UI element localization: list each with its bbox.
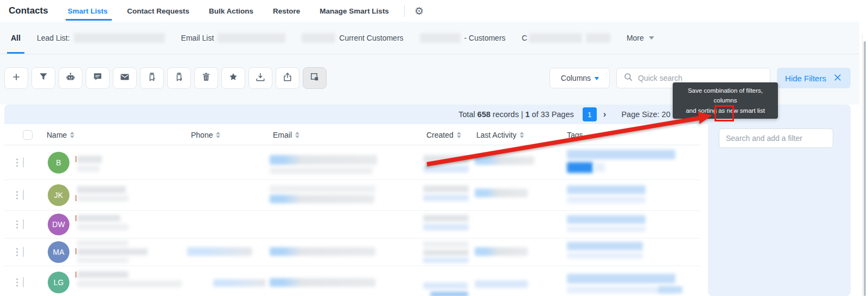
automation-button[interactable] <box>59 67 82 89</box>
sort-icon[interactable] <box>70 132 74 138</box>
table-row[interactable]: MA <box>4 239 700 266</box>
column-header-tags[interactable]: Tags <box>567 124 583 145</box>
redacted-created <box>423 241 469 247</box>
redacted-email <box>270 247 375 256</box>
add-contact-button[interactable] <box>4 67 28 89</box>
row-checkbox[interactable] <box>23 220 24 229</box>
tag-x-icon <box>174 72 184 85</box>
tab-manage-smart-lists[interactable]: Manage Smart Lists <box>318 2 390 21</box>
current-page-number: 1 <box>525 110 529 119</box>
star-icon <box>228 72 239 85</box>
sort-icon[interactable] <box>457 132 461 138</box>
email-button[interactable] <box>113 67 137 89</box>
redacted-last-activity <box>475 280 528 288</box>
redacted-created <box>423 282 468 289</box>
hide-filters-button[interactable]: Hide Filters <box>777 68 851 88</box>
filters-panel <box>708 105 851 296</box>
sort-icon[interactable] <box>520 132 524 138</box>
table-header-row: Name Phone Email Created Last Activity T… <box>4 124 700 145</box>
merge-contacts-button[interactable] <box>303 67 327 89</box>
remove-tag-button[interactable] <box>167 67 191 89</box>
contact-avatar[interactable]: B <box>48 152 69 173</box>
scrollbar-track <box>862 34 863 296</box>
table-row[interactable]: B <box>4 145 700 180</box>
drag-handle-icon[interactable] <box>16 191 18 200</box>
redacted-text <box>218 33 285 43</box>
drag-handle-icon[interactable] <box>16 248 18 256</box>
smartlist-tab-email-list[interactable]: Email List <box>181 22 286 54</box>
page-title: Contacts <box>9 5 48 16</box>
row-checkbox[interactable] <box>23 190 24 200</box>
upload-icon <box>282 72 293 85</box>
plus-icon <box>11 72 22 85</box>
smartlist-tab-customers[interactable]: - Customers <box>420 22 506 54</box>
quick-search-input[interactable] <box>638 74 763 82</box>
redacted-text <box>302 33 335 43</box>
contact-avatar[interactable]: JK <box>48 184 69 206</box>
redacted-tag <box>567 162 593 173</box>
merge-icon <box>309 72 320 85</box>
drag-handle-icon[interactable] <box>16 278 18 286</box>
redacted-text <box>586 33 610 43</box>
next-page-chevron-icon[interactable]: › <box>603 109 607 120</box>
redacted-name <box>77 215 120 222</box>
redacted-email <box>270 185 375 192</box>
drag-handle-icon[interactable] <box>16 158 18 166</box>
funnel-icon <box>38 72 49 85</box>
contact-avatar[interactable]: DW <box>48 214 69 235</box>
redacted-tag <box>658 286 682 293</box>
gear-icon[interactable]: ⚙ <box>414 6 424 16</box>
export-button[interactable] <box>276 67 299 89</box>
sort-icon[interactable] <box>216 132 220 138</box>
favorite-button[interactable] <box>221 67 245 89</box>
row-checkbox[interactable] <box>23 247 24 257</box>
column-header-created[interactable]: Created <box>426 124 461 145</box>
smartlist-tab-current-customers[interactable]: Current Customers <box>302 22 403 54</box>
smartlist-more-dropdown[interactable]: More <box>627 22 654 54</box>
tab-smart-lists[interactable]: Smart Lists <box>67 2 109 21</box>
tab-restore[interactable]: Restore <box>272 2 301 21</box>
redacted-name <box>77 240 129 246</box>
redacted-tag <box>567 185 646 194</box>
trash-icon <box>201 72 212 85</box>
redacted-name <box>77 186 126 194</box>
filter-button[interactable] <box>31 67 55 89</box>
redacted-email <box>270 155 377 165</box>
smartlist-tab-c[interactable]: C <box>522 22 610 54</box>
table-row[interactable]: LG <box>4 266 700 296</box>
contacts-page: Contacts Smart Lists Contact Requests Bu… <box>0 0 868 296</box>
table-row[interactable]: JK <box>4 180 700 211</box>
add-tag-button[interactable] <box>140 67 164 89</box>
drag-handle-icon[interactable] <box>16 221 18 229</box>
tab-bulk-actions[interactable]: Bulk Actions <box>208 2 254 21</box>
redacted-last-activity <box>475 189 528 197</box>
page-1-button[interactable]: 1 <box>583 107 597 121</box>
smartlist-tab-all[interactable]: All <box>11 22 21 54</box>
smartlist-tab-lead-list[interactable]: Lead List: <box>37 22 165 54</box>
row-checkbox[interactable] <box>23 158 24 168</box>
column-header-phone[interactable]: Phone <box>191 124 220 145</box>
redacted-last-activity <box>475 247 528 256</box>
bulk-action-icon-bar <box>4 67 327 89</box>
row-checkbox[interactable] <box>23 278 24 287</box>
top-navigation: Contacts Smart Lists Contact Requests Bu… <box>0 0 868 22</box>
redacted-tag <box>567 274 675 284</box>
redacted-phone <box>187 247 252 256</box>
column-header-last-activity[interactable]: Last Activity <box>476 124 524 145</box>
sort-icon[interactable] <box>295 132 299 138</box>
tab-contact-requests[interactable]: Contact Requests <box>126 2 190 21</box>
column-header-email[interactable]: Email <box>273 124 299 145</box>
scrollbar-thumb[interactable] <box>864 41 866 296</box>
redacted-text <box>420 33 461 43</box>
contact-avatar[interactable]: LG <box>48 272 69 293</box>
contact-avatar[interactable]: MA <box>48 241 69 263</box>
table-row[interactable]: DW <box>4 211 700 239</box>
redacted-name <box>77 271 129 278</box>
columns-dropdown[interactable]: Columns ▾ <box>550 68 610 88</box>
column-header-name[interactable]: Name <box>47 124 74 145</box>
import-button[interactable] <box>248 67 272 89</box>
filter-search-input[interactable] <box>719 128 833 148</box>
delete-button[interactable] <box>194 67 218 89</box>
sms-button[interactable] <box>86 67 110 89</box>
select-all-checkbox[interactable] <box>23 124 33 145</box>
